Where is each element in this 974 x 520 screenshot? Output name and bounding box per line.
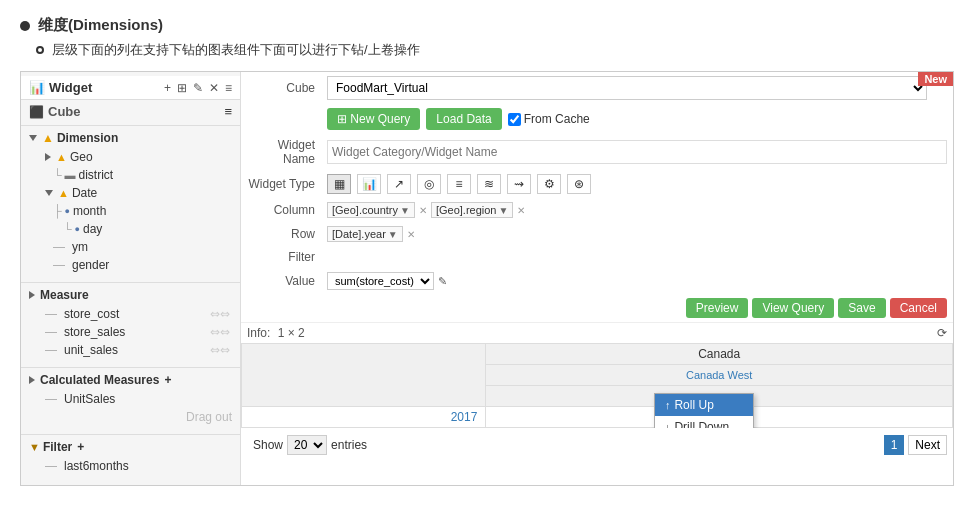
tree-item-date[interactable]: ▲ Date — [21, 184, 240, 202]
action-btn-row-tr: ⊞ New Query Load Data From Cache — [241, 104, 953, 134]
dimension-section: ▲ Dimension ▲ Geo └ ▬ district ▲ — [21, 128, 240, 280]
column-tag-geo-region[interactable]: [Geo].region ▼ — [431, 202, 513, 218]
save-button[interactable]: Save — [838, 298, 885, 318]
roll-up-label: Roll Up — [674, 398, 713, 412]
measure-header[interactable]: Measure — [21, 285, 240, 305]
info-dimensions: 1 × 2 — [278, 326, 305, 340]
filter-section: ▼ Filter + — last6months — [21, 437, 240, 481]
date-year-clear[interactable]: ✕ — [407, 229, 415, 240]
row-tag-date-year[interactable]: [Date].year ▼ — [327, 226, 403, 242]
from-cache-checkbox[interactable] — [508, 113, 521, 126]
value-edit-icon[interactable]: ✎ — [438, 275, 447, 288]
wtype-pie-icon[interactable]: ◎ — [417, 174, 441, 194]
load-data-button[interactable]: Load Data — [426, 108, 501, 130]
grid-icon[interactable]: ⊞ — [177, 81, 187, 95]
dimension-icon: ▲ — [42, 131, 54, 145]
dimension-header[interactable]: ▲ Dimension — [21, 128, 240, 148]
bullet-dot — [20, 21, 30, 31]
day-icon: ● — [75, 224, 80, 234]
wtype-bar-icon[interactable]: 📊 — [357, 174, 381, 194]
store-sales-label: store_sales — [64, 325, 125, 339]
day-connector: └ — [63, 222, 72, 236]
unit-sales-label: unit_sales — [64, 343, 118, 357]
gender-label: gender — [72, 258, 109, 272]
unit-sales-drag-arrows: ⇔⇔ — [210, 343, 230, 357]
geo-region-clear[interactable]: ✕ — [517, 205, 525, 216]
tree-item-gender[interactable]: — gender — [21, 256, 240, 274]
tree-item-district[interactable]: └ ▬ district — [21, 166, 240, 184]
main-title-line: 维度(Dimensions) — [20, 16, 954, 35]
ym-label: ym — [72, 240, 88, 254]
wtype-list-icon[interactable]: ≡ — [447, 174, 471, 194]
wtype-table-icon[interactable]: ▦ — [327, 174, 351, 194]
widget-name-label: Widget Name — [241, 134, 321, 170]
tree-item-ym[interactable]: — ym — [21, 238, 240, 256]
measure-section: Measure — store_cost ⇔⇔ — store_sales ⇔⇔… — [21, 285, 240, 365]
geo-icon: ▲ — [56, 151, 67, 163]
from-cache-label[interactable]: From Cache — [508, 112, 590, 126]
bar-chart-icon: 📊 — [29, 80, 45, 95]
gender-connector: — — [53, 258, 65, 272]
column-tag-geo-country[interactable]: [Geo].country ▼ — [327, 202, 415, 218]
next-button[interactable]: Next — [908, 435, 947, 455]
geo-country-arrow[interactable]: ▼ — [400, 205, 410, 216]
refresh-icon[interactable]: ⟳ — [937, 326, 947, 340]
filter-form-label: Filter — [241, 246, 321, 268]
cancel-button[interactable]: Cancel — [890, 298, 947, 318]
page-1-button[interactable]: 1 — [884, 435, 905, 455]
wtype-dot-icon[interactable]: ⊛ — [567, 174, 591, 194]
geo-country-clear[interactable]: ✕ — [419, 205, 427, 216]
value-function-select[interactable]: sum(store_cost) — [327, 272, 434, 290]
sidebar-header-icons[interactable]: + ⊞ ✎ ✕ ≡ — [164, 81, 232, 95]
edit-icon[interactable]: ✎ — [193, 81, 203, 95]
widget-name-input[interactable] — [327, 140, 947, 164]
widget-type-row: Widget Type ▦ 📊 ↗ ◎ ≡ ≋ ⇝ ⚙ ⊛ — [241, 170, 953, 198]
info-text: Info: 1 × 2 — [247, 326, 305, 340]
sidebar-header: 📊 Widget + ⊞ ✎ ✕ ≡ — [21, 76, 240, 100]
cube-form-control: FoodMart_Virtual — [321, 72, 953, 104]
calc-add-icon[interactable]: + — [164, 373, 171, 387]
tree-item-geo[interactable]: ▲ Geo — [21, 148, 240, 166]
add-icon[interactable]: + — [164, 81, 171, 95]
tree-item-store-sales[interactable]: — store_sales ⇔⇔ — [21, 323, 240, 341]
wtype-grid-icon[interactable]: ≋ — [477, 174, 501, 194]
delete-icon[interactable]: ✕ — [209, 81, 219, 95]
drill-dropdown: ↑ Roll Up ↓ Drill Down — [654, 393, 754, 428]
district-connector: └ — [53, 168, 62, 182]
widget-panel: 📊 Widget + ⊞ ✎ ✕ ≡ ⬛ Cube ≡ — [20, 71, 954, 486]
tree-item-unitsales[interactable]: — UnitSales — [21, 390, 240, 408]
view-query-button[interactable]: View Query — [752, 298, 834, 318]
wtype-gear-icon[interactable]: ⚙ — [537, 174, 561, 194]
new-query-button[interactable]: ⊞ New Query — [327, 108, 420, 130]
th-empty — [242, 344, 486, 407]
sidebar-divider — [21, 125, 240, 126]
right-content: New Cube FoodMart_Virtual ⊞ New Query — [241, 72, 953, 485]
drill-down-item[interactable]: ↓ Drill Down — [655, 416, 753, 428]
wtype-flow-icon[interactable]: ⇝ — [507, 174, 531, 194]
row-label: Row — [241, 222, 321, 246]
menu-icon[interactable]: ≡ — [225, 81, 232, 95]
calc-measures-header[interactable]: Calculated Measures + — [21, 370, 240, 390]
tree-item-month[interactable]: ├ ● month — [21, 202, 240, 220]
tree-item-store-cost[interactable]: — store_cost ⇔⇔ — [21, 305, 240, 323]
date-year-arrow[interactable]: ▼ — [388, 229, 398, 240]
tree-item-unit-sales[interactable]: — unit_sales ⇔⇔ — [21, 341, 240, 359]
geo-region-arrow[interactable]: ▼ — [499, 205, 509, 216]
wtype-line-icon[interactable]: ↗ — [387, 174, 411, 194]
sc-connector: — — [45, 307, 57, 321]
filter-header[interactable]: ▼ Filter + — [21, 437, 240, 457]
us2-connector: — — [45, 392, 57, 406]
filter-add-icon[interactable]: + — [77, 440, 84, 454]
row-row: Row [Date].year ▼ ✕ — [241, 222, 953, 246]
cube-name: Cube — [48, 104, 81, 119]
cube-select[interactable]: FoodMart_Virtual — [327, 76, 927, 100]
tree-item-last6months[interactable]: — last6months — [21, 457, 240, 475]
preview-button[interactable]: Preview — [686, 298, 749, 318]
measure-expand-icon — [29, 291, 35, 299]
roll-up-item[interactable]: ↑ Roll Up — [655, 394, 753, 416]
canada-west-link[interactable]: Canada West — [686, 369, 752, 381]
geo-expand-icon — [45, 153, 51, 161]
cube-menu-icon[interactable]: ≡ — [224, 104, 232, 119]
show-entries-select[interactable]: 20 — [287, 435, 327, 455]
tree-item-day[interactable]: └ ● day — [21, 220, 240, 238]
